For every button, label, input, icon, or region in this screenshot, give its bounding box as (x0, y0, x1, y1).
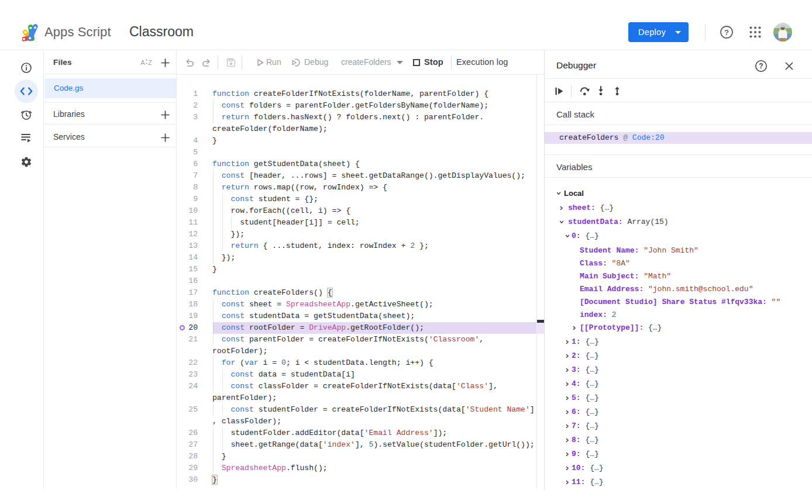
svg-text:?: ? (724, 28, 729, 37)
svg-text:A: A (140, 59, 145, 66)
svg-text:Z: Z (148, 59, 152, 66)
